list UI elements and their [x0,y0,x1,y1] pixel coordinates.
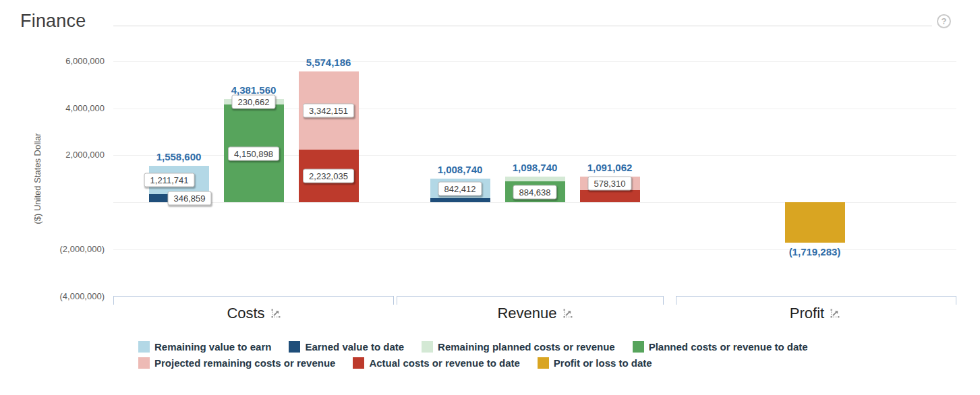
drill-icon[interactable] [271,309,281,318]
legend-item-earned-value-to-date: Earned value to date [289,341,404,353]
segment-value-label: 3,342,151 [303,103,354,117]
category-label-text: Profit [790,305,824,322]
legend-swatch-icon [422,341,433,353]
segment-value-label: 578,310 [588,177,632,191]
bar-total-label: (1,719,283) [757,246,872,257]
segment-value-label: 2,232,035 [303,169,354,183]
legend-swatch-icon [138,341,150,353]
y-axis-tick-label: (4,000,000) [24,291,105,301]
bar-segment-remaining-planned-costs-or-revenue[interactable] [505,177,565,181]
bar-total-label: 4,381.560 [196,84,311,96]
bar-total-label: 5,574,186 [271,57,386,68]
legend-label: Remaining value to earn [154,341,271,353]
y-axis-tick-label: 2,000,000 [24,150,105,160]
finance-report: Finance ? ($) United States Dollar Remai… [0,0,980,395]
chart-legend: Remaining value to earnEarned value to d… [138,341,819,369]
bar-segment-profit-or-loss-to-date[interactable] [785,202,845,243]
legend-item-planned-costs-or-revenue-to-date: Planned costs or revenue to date [633,341,808,353]
drill-icon[interactable] [830,309,840,318]
y-axis-title: ($) United States Dollar [32,133,42,224]
segment-value-label: 230,662 [232,95,276,109]
legend-label: Profit or loss to date [554,357,652,369]
legend-swatch-icon [138,357,150,369]
help-icon[interactable]: ? [937,14,951,28]
segment-value-label: 884,638 [513,185,557,199]
y-axis-tick-label: 6,000,000 [24,56,105,66]
legend-swatch-icon [353,357,364,369]
legend-swatch-icon [538,357,549,369]
legend-swatch-icon [633,341,644,353]
gridline [113,61,956,62]
category-axis-bracket-revenue [397,296,664,305]
legend-label: Remaining planned costs or revenue [438,341,615,353]
category-label-profit: Profit [734,305,896,322]
segment-value-label: 842,412 [438,181,482,195]
page-title: Finance [20,11,86,32]
legend-swatch-icon [289,341,300,353]
segment-value-label: 4,150,898 [228,146,279,160]
segment-value-label: 1,211,741 [144,173,195,187]
category-label-text: Costs [227,305,264,322]
legend-item-projected-remaining-costs-or-revenue: Projected remaining costs or revenue [138,357,335,369]
legend-label: Earned value to date [305,341,404,353]
legend-item-remaining-value-to-earn: Remaining value to earn [138,341,271,353]
legend-label: Actual costs or revenue to date [369,357,519,369]
category-axis-bracket-profit [676,296,956,305]
legend-item-actual-costs-or-revenue-to-date: Actual costs or revenue to date [353,357,519,369]
bar-total-label: 1,091,062 [552,162,667,173]
bar-total-label: 1,558,600 [121,151,236,162]
header-divider [113,26,932,26]
legend-label: Planned costs or revenue to date [649,341,808,353]
category-label-text: Revenue [497,305,556,322]
y-axis-tick-label: (2,000,000) [24,244,105,254]
segment-value-label: 346,859 [168,191,212,205]
drill-icon[interactable] [563,309,573,318]
category-label-costs: Costs [173,305,335,322]
legend-item-remaining-planned-costs-or-revenue: Remaining planned costs or revenue [422,341,615,353]
legend-label: Projected remaining costs or revenue [154,357,335,369]
category-axis-bracket-costs [113,296,394,305]
y-axis-tick-label: 4,000,000 [24,103,105,113]
bar-segment-actual-costs-or-revenue-to-date[interactable] [580,190,640,202]
bar-segment-earned-value-to-date[interactable] [430,198,490,202]
category-label-revenue: Revenue [454,305,616,322]
legend-item-profit-or-loss-to-date: Profit or loss to date [538,357,652,369]
